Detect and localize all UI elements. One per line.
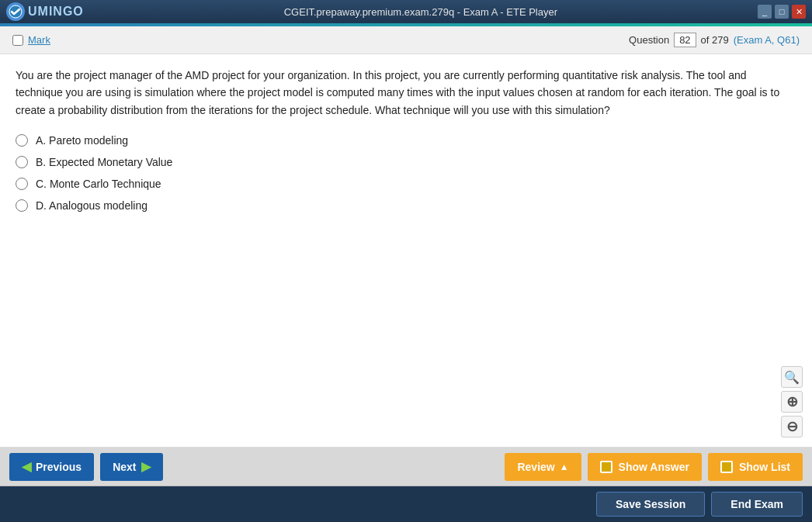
end-exam-button[interactable]: End Exam [711, 492, 803, 517]
option-b[interactable]: B. Expected Monetary Value [16, 156, 796, 168]
option-c-label: C. Monte Carlo Technique [36, 178, 161, 190]
zoom-in-icon: ⊕ [786, 393, 798, 410]
question-label: Question [629, 34, 669, 46]
show-list-checkbox-icon [720, 461, 733, 473]
search-button[interactable]: 🔍 [781, 366, 803, 388]
zoom-out-icon: ⊖ [786, 418, 798, 435]
window-controls[interactable]: _ □ ✕ [758, 5, 806, 19]
previous-button[interactable]: ◀ Previous [9, 453, 94, 481]
question-number: 82 [674, 33, 696, 47]
of-label: of 279 [701, 34, 729, 46]
logo-text: UMINGO [28, 5, 84, 19]
option-d[interactable]: D. Analogous modeling [16, 199, 796, 212]
option-a-label: A. Pareto modeling [36, 134, 128, 147]
previous-label: Previous [36, 461, 82, 473]
next-arrow-icon: ▶ [141, 459, 151, 474]
radio-d[interactable] [16, 199, 28, 212]
title-bar-left: UMINGO [6, 2, 84, 21]
logo: UMINGO [6, 2, 84, 21]
option-d-label: D. Analogous modeling [36, 199, 147, 212]
window-title: CGEIT.prepaway.premium.exam.279q - Exam … [284, 6, 557, 18]
mark-label[interactable]: Mark [12, 34, 50, 46]
title-bar: UMINGO CGEIT.prepaway.premium.exam.279q … [0, 0, 812, 23]
question-text: You are the project manager of the AMD p… [16, 67, 796, 119]
minimize-button[interactable]: _ [758, 5, 772, 19]
show-answer-button[interactable]: Show Answer [588, 453, 702, 481]
nav-bar: ◀ Previous Next ▶ Review ▲ Show Answer S… [0, 448, 812, 486]
show-answer-label: Show Answer [619, 461, 689, 473]
question-info: Question 82 of 279 (Exam A, Q61) [629, 33, 800, 47]
show-list-label: Show List [739, 461, 790, 473]
radio-a[interactable] [16, 134, 28, 147]
close-button[interactable]: ✕ [792, 5, 806, 19]
save-session-button[interactable]: Save Session [596, 492, 705, 517]
exam-info: (Exam A, Q61) [734, 34, 800, 46]
action-bar: Save Session End Exam [0, 486, 812, 522]
toolbar: Mark Question 82 of 279 (Exam A, Q61) [0, 26, 812, 54]
option-c[interactable]: C. Monte Carlo Technique [16, 178, 796, 190]
show-answer-checkbox-icon [600, 461, 612, 473]
option-b-label: B. Expected Monetary Value [36, 156, 172, 168]
zoom-in-button[interactable]: ⊕ [781, 391, 803, 413]
zoom-controls: 🔍 ⊕ ⊖ [781, 366, 803, 437]
radio-c[interactable] [16, 178, 28, 190]
review-button[interactable]: Review ▲ [505, 453, 581, 481]
next-label: Next [113, 461, 136, 473]
mark-link[interactable]: Mark [28, 34, 50, 46]
main-content: You are the project manager of the AMD p… [0, 54, 812, 448]
mark-checkbox[interactable] [12, 35, 23, 46]
radio-b[interactable] [16, 156, 28, 168]
search-icon: 🔍 [784, 370, 800, 385]
review-caret-icon: ▲ [560, 462, 569, 472]
show-list-button[interactable]: Show List [708, 453, 803, 481]
options-list: A. Pareto modeling B. Expected Monetary … [16, 134, 796, 212]
zoom-out-button[interactable]: ⊖ [781, 416, 803, 437]
next-button[interactable]: Next ▶ [100, 453, 162, 481]
maximize-button[interactable]: □ [775, 5, 789, 19]
logo-icon [6, 2, 25, 21]
option-a[interactable]: A. Pareto modeling [16, 134, 796, 147]
review-label: Review [517, 461, 554, 473]
prev-arrow-icon: ◀ [22, 459, 31, 474]
